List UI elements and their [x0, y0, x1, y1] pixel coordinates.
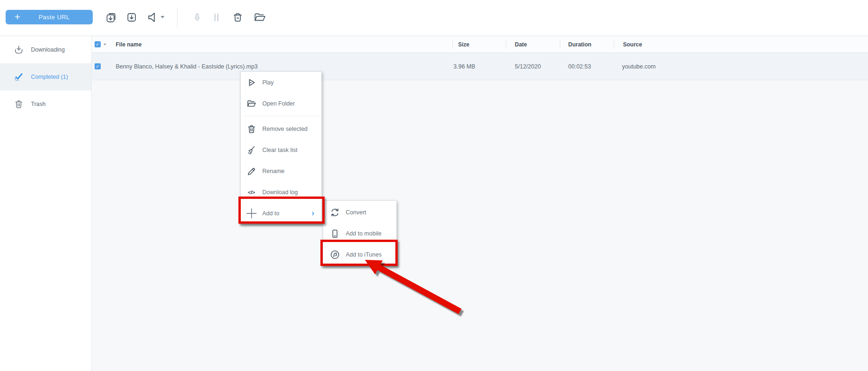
pause-icon[interactable]: [208, 9, 225, 26]
context-menu: Play Open Folder Re: [240, 71, 322, 224]
mobile-icon: [328, 227, 341, 240]
submenu-item-label: Convert: [346, 209, 366, 216]
downloading-icon: [14, 45, 24, 55]
menu-divider: [243, 116, 319, 116]
column-divider: [614, 40, 614, 49]
paste-url-button[interactable]: + Paste URL: [6, 10, 93, 24]
row-checkbox[interactable]: ✓: [95, 63, 101, 69]
completed-check-icon: [14, 72, 24, 82]
menu-item-label: Rename: [262, 168, 284, 174]
audio-quality-icon[interactable]: [144, 9, 161, 26]
menu-item-label: Clear task list: [262, 147, 297, 153]
trash-icon: [245, 123, 258, 135]
menu-item-open-folder[interactable]: Open Folder: [241, 93, 321, 114]
sidebar: Downloading Completed (1) T: [0, 36, 92, 371]
submenu-item-label: Add to mobile: [346, 230, 381, 237]
menu-item-download-log[interactable]: </> Download log: [241, 182, 321, 203]
menu-item-rename[interactable]: Rename: [241, 160, 321, 182]
convert-icon: [328, 206, 341, 219]
open-folder-icon[interactable]: [252, 9, 268, 26]
select-dropdown-caret-icon[interactable]: [104, 44, 106, 45]
plus-icon: [245, 207, 258, 220]
menu-item-label: Add to: [262, 210, 279, 217]
trash-icon: [14, 99, 24, 109]
menu-item-label: Download log: [262, 189, 298, 196]
column-header-date[interactable]: Date: [515, 41, 527, 48]
paste-url-label: Paste URL: [20, 14, 88, 21]
column-divider: [506, 40, 506, 49]
plus-icon: +: [15, 12, 20, 22]
itunes-icon: [328, 249, 341, 261]
column-header-file-name[interactable]: File name: [116, 41, 141, 48]
broom-icon: [245, 144, 258, 156]
column-header-duration[interactable]: Duration: [568, 41, 591, 48]
cell-file-name: Benny Blanco, Halsey & Khalid - Eastside…: [116, 63, 258, 70]
audio-quality-caret-icon[interactable]: [161, 16, 164, 18]
sidebar-item-trash[interactable]: Trash: [0, 91, 91, 118]
sidebar-item-label: Trash: [31, 101, 46, 107]
table-header: ✓ File name Size Date Duration Source: [92, 36, 868, 53]
cell-duration: 00:02:53: [568, 63, 591, 70]
toolbar: + Paste URL: [0, 0, 868, 36]
submenu-item-label: Add to iTunes: [346, 251, 382, 258]
sidebar-item-label: Downloading: [31, 46, 65, 53]
download-list: ✓ File name Size Date Duration Source ✓ …: [92, 36, 868, 371]
column-divider: [453, 40, 453, 49]
play-icon: [245, 76, 258, 89]
pencil-icon: [245, 165, 258, 177]
submenu-item-add-to-itunes[interactable]: Add to iTunes: [323, 244, 396, 265]
menu-item-add-to[interactable]: Add to ›: [241, 203, 321, 224]
sidebar-item-downloading[interactable]: Downloading: [0, 36, 91, 63]
sidebar-item-completed[interactable]: Completed (1): [0, 63, 91, 91]
menu-item-remove-selected[interactable]: Remove selected: [241, 118, 321, 139]
menu-item-label: Remove selected: [262, 126, 308, 132]
toolbar-divider: [177, 7, 178, 28]
menu-item-label: Play: [262, 79, 274, 86]
table-row[interactable]: ✓ Benny Blanco, Halsey & Khalid - Eastsi…: [92, 53, 868, 80]
start-download-icon[interactable]: [189, 9, 206, 26]
cell-date: 5/12/2020: [515, 63, 541, 70]
add-to-submenu: Convert Add to mobile Add to iTunes: [323, 200, 397, 266]
cell-source: youtube.com: [622, 63, 656, 70]
download-all-icon[interactable]: [103, 9, 120, 26]
code-icon: </>: [245, 186, 258, 198]
sidebar-item-label: Completed (1): [31, 74, 68, 80]
menu-item-play[interactable]: Play: [241, 72, 321, 93]
menu-item-clear-task-list[interactable]: Clear task list: [241, 139, 321, 160]
column-header-source[interactable]: Source: [623, 41, 642, 48]
submenu-item-convert[interactable]: Convert: [323, 202, 396, 223]
submenu-item-add-to-mobile[interactable]: Add to mobile: [323, 223, 396, 244]
download-video-icon[interactable]: [123, 9, 140, 26]
cell-size: 3.96 MB: [453, 63, 475, 70]
select-all-checkbox[interactable]: ✓: [95, 41, 101, 47]
open-folder-icon: [245, 98, 258, 110]
column-divider: [560, 40, 560, 49]
remove-icon[interactable]: [229, 9, 246, 26]
column-header-size[interactable]: Size: [458, 41, 469, 48]
menu-item-label: Open Folder: [262, 100, 295, 107]
submenu-chevron-icon: ›: [312, 209, 314, 217]
